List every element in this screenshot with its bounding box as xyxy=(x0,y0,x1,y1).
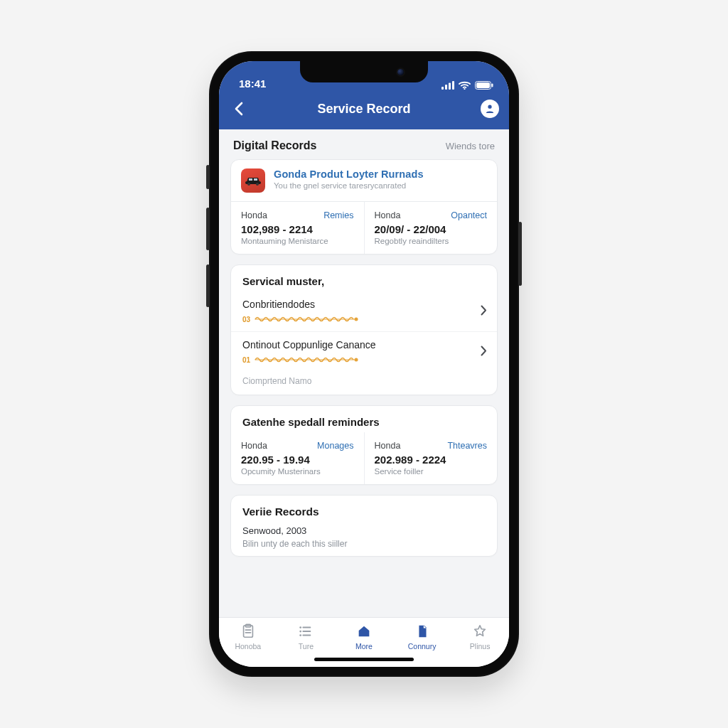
svg-point-21 xyxy=(300,631,302,633)
card-title: Gatenhe spedall reminders xyxy=(231,406,497,432)
cell-label: Honda xyxy=(375,441,401,451)
clipboard-icon xyxy=(240,623,256,639)
card-footer-text: Ciomprtend Namo xyxy=(231,372,497,395)
tab-connury[interactable]: Connury xyxy=(393,623,451,651)
record-cell[interactable]: Honda Thteavres 202.989 - 2224 Service f… xyxy=(364,432,498,484)
svg-point-20 xyxy=(300,626,302,628)
promo-subtitle: You the gnel service taresrycanrated xyxy=(274,181,424,190)
chevron-right-icon xyxy=(481,305,487,318)
svg-point-11 xyxy=(256,183,259,186)
cell-subtext: Opcumity Musterinars xyxy=(241,467,354,476)
verie-records-card[interactable]: Veriie Records Senwood, 2003 Bilin unty … xyxy=(230,495,498,557)
tab-label: Plinus xyxy=(470,642,491,651)
waveform-indicator: 03 xyxy=(242,314,481,324)
list-item[interactable]: Ontinout Coppunlige Canance 01 xyxy=(231,331,497,372)
tab-more[interactable]: More xyxy=(335,623,393,651)
cell-label: Honda xyxy=(241,210,267,220)
cell-label: Honda xyxy=(241,441,267,451)
tab-plinus[interactable]: Plinus xyxy=(451,623,509,651)
cell-value: 102,989 - 2214 xyxy=(241,223,354,235)
cell-subtext: Regobtly reaindilters xyxy=(375,237,488,245)
record-pair: Honda Remies 102,989 - 2214 Montauming M… xyxy=(231,202,497,254)
record-pair: Honda Monages 220.95 - 19.94 Opcumity Mu… xyxy=(231,432,497,484)
muster-card: Servical muster, Conbritiendodes 03 Onti… xyxy=(230,264,498,395)
tab-label: More xyxy=(355,642,373,651)
reminders-card: Gatenhe spedall reminders Honda Monages … xyxy=(230,405,498,485)
page-title: Service Record xyxy=(219,102,509,117)
phone-side-button xyxy=(518,222,522,286)
cell-subtext: Service foiller xyxy=(375,467,488,476)
tab-honoba[interactable]: Honoba xyxy=(219,623,277,651)
star-icon xyxy=(472,623,488,639)
svg-point-15 xyxy=(355,318,358,321)
document-icon xyxy=(414,623,430,639)
svg-point-10 xyxy=(247,183,250,186)
svg-rect-3 xyxy=(452,81,454,90)
tab-label: Honoba xyxy=(235,642,261,651)
promo-text: Gonda Produt Loyter Rurnads You the gnel… xyxy=(274,168,424,190)
verie-line1: Senwood, 2003 xyxy=(242,525,486,536)
svg-rect-12 xyxy=(249,178,252,181)
list-icon xyxy=(298,623,314,639)
nav-action-button[interactable] xyxy=(481,100,499,118)
card-title: Servical muster, xyxy=(231,265,497,291)
cellular-icon xyxy=(441,81,454,90)
chevron-left-icon xyxy=(234,102,244,116)
waveform-indicator: 01 xyxy=(242,355,481,365)
tab-label: Ture xyxy=(299,642,314,651)
svg-rect-13 xyxy=(254,178,257,181)
phone-side-button xyxy=(206,208,210,250)
nav-bar: Service Record xyxy=(219,92,509,129)
back-button[interactable] xyxy=(229,99,249,119)
svg-rect-2 xyxy=(449,83,451,90)
tab-ture[interactable]: Ture xyxy=(277,623,336,651)
cell-action-link[interactable]: Opantect xyxy=(451,210,487,220)
status-time: 18:41 xyxy=(239,77,266,90)
cell-action-link[interactable]: Remies xyxy=(323,210,353,220)
digital-records-card: Gonda Produt Loyter Rurnads You the gnel… xyxy=(230,159,498,255)
record-cell[interactable]: Honda Opantect 20/09/ - 22/004 Regobtly … xyxy=(364,202,498,254)
battery-icon xyxy=(475,81,493,90)
verie-line2: Bilin unty de each this siiller xyxy=(242,539,486,549)
cell-value: 220.95 - 19.94 xyxy=(241,454,354,466)
svg-point-4 xyxy=(464,88,465,90)
section-header: Digital Records Wiends tore xyxy=(230,129,498,159)
tab-label: Connury xyxy=(408,642,437,651)
chevron-right-icon xyxy=(481,346,487,359)
card-title: Veriie Records xyxy=(242,505,486,518)
phone-frame: 18:41 Service Record Digital Records Wie… xyxy=(209,51,519,677)
screen: 18:41 Service Record Digital Records Wie… xyxy=(219,61,509,667)
view-more-link[interactable]: Wiends tore xyxy=(446,141,495,151)
record-cell[interactable]: Honda Remies 102,989 - 2214 Montauming M… xyxy=(231,202,364,254)
record-cell[interactable]: Honda Monages 220.95 - 19.94 Opcumity Mu… xyxy=(231,432,364,484)
cell-subtext: Montauming Menistarce xyxy=(241,237,354,245)
promo-title: Gonda Produt Loyter Rurnads xyxy=(274,168,424,180)
cell-action-link[interactable]: Monages xyxy=(317,441,353,451)
svg-rect-1 xyxy=(445,85,447,90)
row-label: Ontinout Coppunlige Canance xyxy=(242,339,481,350)
list-item[interactable]: Conbritiendodes 03 xyxy=(231,291,497,331)
home-icon xyxy=(356,623,372,639)
cell-label: Honda xyxy=(375,210,401,220)
cell-value: 20/09/ - 22/004 xyxy=(375,223,488,235)
car-icon xyxy=(245,176,262,186)
svg-point-17 xyxy=(355,358,358,362)
cell-value: 202.989 - 2224 xyxy=(375,454,488,466)
home-indicator[interactable] xyxy=(314,658,414,661)
notch xyxy=(300,61,428,82)
phone-side-button xyxy=(206,264,210,307)
svg-rect-6 xyxy=(476,82,490,88)
promo-banner[interactable]: Gonda Produt Loyter Rurnads You the gnel… xyxy=(231,160,497,202)
content-area: Digital Records Wiends tore Gonda Produt… xyxy=(219,129,509,617)
cell-action-link[interactable]: Thteavres xyxy=(447,441,487,451)
svg-point-8 xyxy=(488,105,491,109)
svg-rect-0 xyxy=(441,87,444,90)
row-label: Conbritiendodes xyxy=(242,299,481,310)
profile-icon xyxy=(484,103,496,114)
svg-point-22 xyxy=(300,634,302,636)
wifi-icon xyxy=(459,81,471,90)
svg-rect-7 xyxy=(492,84,493,87)
svg-text:01: 01 xyxy=(242,356,251,364)
phone-side-button xyxy=(206,165,210,189)
svg-text:03: 03 xyxy=(242,316,251,323)
